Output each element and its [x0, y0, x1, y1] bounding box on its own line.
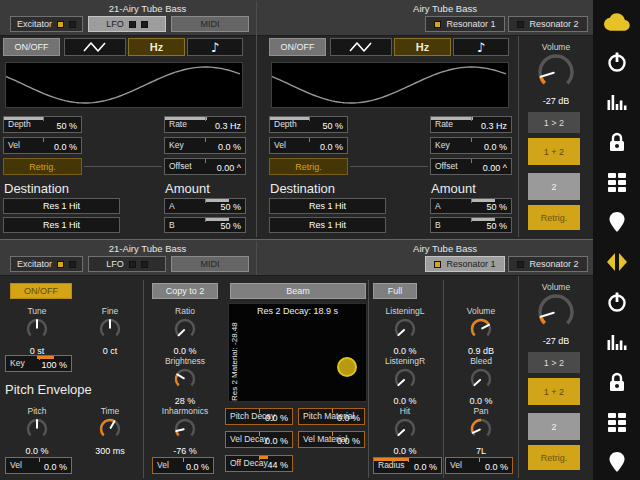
grid-icon[interactable]: [593, 162, 640, 202]
destination-a-button[interactable]: Res 1 Hit: [3, 198, 120, 214]
ratio-knob[interactable]: Ratio 0.0 %: [154, 306, 216, 356]
swap-icon[interactable]: [593, 242, 640, 282]
off-decay-slider[interactable]: Off Decay 44 %: [225, 455, 293, 472]
tab-resonator-1[interactable]: Resonator 1: [425, 256, 505, 272]
power-icon[interactable]: [593, 282, 640, 322]
knob-dial[interactable]: [98, 317, 122, 345]
lfo-waveform-button[interactable]: [330, 38, 392, 56]
volume-knob-dial[interactable]: [537, 293, 575, 335]
knob-dial[interactable]: [25, 417, 49, 445]
lfo-hz-button[interactable]: Hz: [128, 38, 185, 56]
amount-b-slider[interactable]: B 50 %: [164, 217, 246, 233]
lfo-onoff-button[interactable]: ON/OFF: [269, 38, 326, 56]
pan-knob[interactable]: Pan 7L: [450, 406, 512, 456]
key-slider[interactable]: Key 0.0 %: [164, 137, 246, 154]
resonator-onoff-button[interactable]: ON/OFF: [10, 283, 72, 299]
retrig-button[interactable]: Retrig.: [3, 158, 82, 175]
stats-icon[interactable]: [593, 82, 640, 122]
depth-slider[interactable]: Depth 50 %: [269, 116, 348, 133]
stats-icon[interactable]: [593, 322, 640, 362]
resonator-two-button[interactable]: 2: [528, 173, 580, 200]
depth-slider[interactable]: Depth 50 %: [3, 116, 82, 133]
amount-b-slider[interactable]: B 50 %: [430, 217, 512, 233]
knob-dial[interactable]: [469, 367, 493, 395]
cloud-icon[interactable]: [593, 2, 640, 42]
tab-excitator[interactable]: Excitator: [10, 16, 83, 32]
knob-dial[interactable]: [393, 367, 417, 395]
offset-slider[interactable]: Offset 0.00 ^: [164, 158, 246, 175]
knob-dial[interactable]: [469, 417, 493, 445]
vel-decay-slider[interactable]: Vel Decay 0.0 %: [225, 431, 293, 448]
knob-dial[interactable]: [393, 317, 417, 345]
vel-slider[interactable]: Vel 0.0 %: [269, 137, 348, 154]
listening-l-knob[interactable]: ListeningL 0.0 %: [374, 306, 436, 356]
lock-icon[interactable]: [593, 122, 640, 162]
pin-icon[interactable]: [593, 202, 640, 242]
resonator-xy-pad[interactable]: Res 2 Decay: 18.9 s Res 2 Material: -28.…: [228, 303, 367, 402]
grid-icon[interactable]: [593, 402, 640, 442]
lfo-waveform-button[interactable]: [64, 38, 126, 56]
key-slider[interactable]: Key 100 %: [5, 355, 72, 372]
brightness-knob[interactable]: Brightness 28 %: [154, 356, 216, 406]
coupling-parallel-button[interactable]: 1 + 2: [528, 138, 580, 165]
knob-dial[interactable]: [469, 317, 493, 345]
lfo-sync-button[interactable]: ♪: [453, 38, 509, 56]
tab-excitator[interactable]: Excitator: [10, 256, 83, 272]
resonator-two-button[interactable]: 2: [528, 413, 580, 440]
offset-slider[interactable]: Offset 0.00 ^: [430, 158, 512, 175]
output-vel-slider[interactable]: Vel 0.0 %: [445, 457, 513, 474]
time-knob[interactable]: Time 300 ms: [79, 406, 141, 456]
knob-dial[interactable]: [393, 417, 417, 445]
retrig-button[interactable]: Retrig.: [269, 158, 348, 175]
material-vel-slider[interactable]: Vel 0.0 %: [152, 457, 214, 474]
master-retrig-button[interactable]: Retrig.: [528, 205, 580, 230]
lock-icon[interactable]: [593, 362, 640, 402]
coupling-serial-button[interactable]: 1 > 2: [528, 112, 580, 133]
lfo-onoff-button[interactable]: ON/OFF: [3, 38, 60, 56]
volume-knob-dial[interactable]: [537, 53, 575, 95]
destination-b-button[interactable]: Res 1 Hit: [3, 217, 120, 233]
destination-a-button[interactable]: Res 1 Hit: [269, 198, 386, 214]
vel-material-slider[interactable]: Vel Material 0.0 %: [298, 431, 365, 448]
hit-knob[interactable]: Hit 0.0 %: [374, 406, 436, 456]
pin-icon[interactable]: [593, 442, 640, 480]
vel-slider[interactable]: Vel 0.0 %: [3, 137, 82, 154]
destination-b-button[interactable]: Res 1 Hit: [269, 217, 386, 233]
tab-midi[interactable]: MIDI: [171, 16, 249, 32]
xy-ball-handle[interactable]: [337, 357, 357, 377]
amount-a-slider[interactable]: A 50 %: [164, 198, 246, 214]
coupling-serial-button[interactable]: 1 > 2: [528, 352, 580, 373]
pitch-knob[interactable]: Pitch 0.0 %: [6, 406, 68, 456]
radius-slider[interactable]: Radius 0.0 %: [373, 457, 442, 474]
lfo-sync-button[interactable]: ♪: [187, 38, 243, 56]
master-retrig-button[interactable]: Retrig.: [528, 445, 580, 470]
power-icon[interactable]: [593, 42, 640, 82]
copy-to-2-button[interactable]: Copy to 2: [152, 283, 218, 299]
master-volume-knob[interactable]: Volume -27 dB: [520, 282, 592, 346]
knob-dial[interactable]: [173, 417, 197, 445]
rate-slider[interactable]: Rate 0.3 Hz: [164, 116, 246, 133]
listening-r-knob[interactable]: ListeningR 0.0 %: [374, 356, 436, 406]
knob-dial[interactable]: [173, 317, 197, 345]
rate-slider[interactable]: Rate 0.3 Hz: [430, 116, 512, 133]
resonator-type-button[interactable]: Beam: [230, 283, 366, 299]
fine-knob[interactable]: Fine 0 ct: [79, 306, 141, 356]
listening-mode-button[interactable]: Full: [373, 283, 417, 299]
key-slider[interactable]: Key 0.0 %: [430, 137, 512, 154]
pitch-material-slider[interactable]: Pitch Material 0.0 %: [298, 408, 365, 425]
bleed-knob[interactable]: Bleed 0.0 %: [450, 356, 512, 406]
master-volume-knob[interactable]: Volume -27 dB: [520, 42, 592, 106]
knob-dial[interactable]: [98, 417, 122, 445]
amount-a-slider[interactable]: A 50 %: [430, 198, 512, 214]
pitch-decay-slider[interactable]: Pitch Decay 0.0 %: [225, 408, 293, 425]
knob-dial[interactable]: [173, 367, 197, 395]
pitch-vel-slider[interactable]: Vel 0.0 %: [5, 457, 72, 474]
tab-resonator-1[interactable]: Resonator 1: [425, 16, 505, 32]
tab-midi[interactable]: MIDI: [171, 256, 249, 272]
knob-dial[interactable]: [25, 317, 49, 345]
tab-lfo[interactable]: LFO: [88, 256, 166, 272]
coupling-parallel-button[interactable]: 1 + 2: [528, 378, 580, 405]
inharmonics-knob[interactable]: Inharmonics -76 %: [154, 406, 216, 456]
tune-knob[interactable]: Tune 0 st: [6, 306, 68, 356]
resonator-volume-knob[interactable]: Volume 0.9 dB: [450, 306, 512, 356]
